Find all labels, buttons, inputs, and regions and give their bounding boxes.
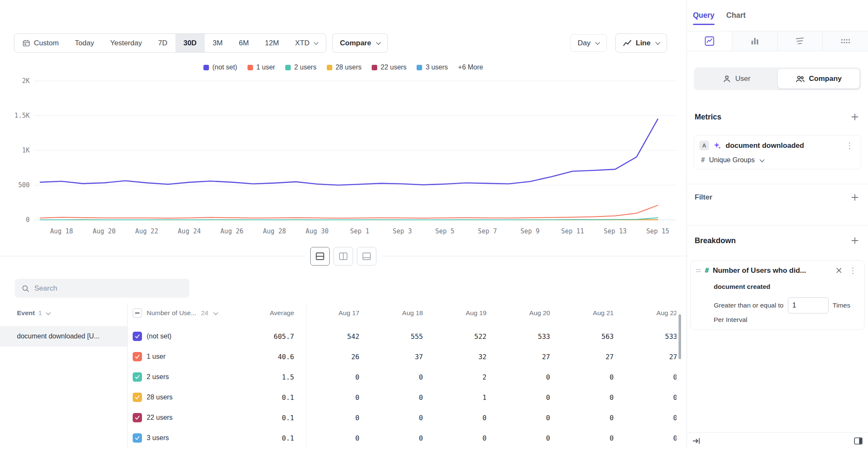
chart-type-button[interactable]: Line [615,33,667,53]
range-xtd-button[interactable]: XTD [287,34,326,52]
breakdown-per-interval-label[interactable]: Per Interval [714,316,859,324]
breakdown-card-title[interactable]: Number of Users who did... [713,266,831,275]
metric-card[interactable]: A document downloaded ⋮ # Unique Groups [694,135,861,169]
cell-value: 0 [487,414,551,422]
chart-type-line-tab[interactable] [687,31,732,51]
add-filter-button[interactable] [849,192,860,203]
toggle-sidebar-button[interactable] [854,437,863,445]
remove-breakdown-button[interactable] [835,266,843,274]
range-12m-button[interactable]: 12M [257,34,287,52]
event-list-item[interactable]: document downloaded [U... [0,326,127,346]
table-row: 22 users0.1000000 [127,407,676,428]
bar-chart-icon [750,36,760,46]
legend-item[interactable]: 3 users [417,64,448,71]
range-30d-button[interactable]: 30D [175,34,205,52]
hash-icon: # [701,156,705,164]
cell-value: 0 [487,394,551,402]
legend-label: 22 users [381,64,406,71]
event-column-header[interactable]: Event 1 [17,303,50,323]
interval-button[interactable]: Day [570,34,607,52]
cell-value: 0 [297,414,360,422]
x-axis-label: Sep 15 [646,227,669,235]
breakdown-header-label[interactable]: Number of Use... [147,309,196,317]
tab-query[interactable]: Query [693,0,715,31]
average-value: 605.7 [233,333,297,341]
table-scrollbar[interactable] [679,314,681,359]
legend-item[interactable]: 28 users [327,64,362,71]
chart-type-bar-tab[interactable] [732,31,778,51]
select-all-checkbox[interactable] [133,308,142,318]
layout-chart-only-button[interactable] [357,247,376,266]
event-header-label: Event [17,309,35,317]
scope-company-button[interactable]: Company [778,69,860,89]
range-label: Today [75,39,94,47]
range-label: XTD [295,39,309,47]
metric-aggregation-label: Unique Groups [709,156,755,164]
row-checkbox[interactable] [133,433,142,443]
cell-value: 37 [360,353,424,361]
row-checkbox[interactable] [133,352,142,361]
range-custom-button[interactable]: Custom [14,34,67,52]
breakdown-count: 24 [201,309,208,317]
legend-item[interactable]: 1 user [248,64,275,71]
plus-icon [851,237,859,244]
plus-icon [851,113,859,121]
legend-item[interactable]: (not set) [203,64,237,71]
date-column-header[interactable]: Aug 21 [551,309,615,317]
metric-event-name[interactable]: document downloaded [726,141,839,150]
x-axis-label: Aug 26 [220,227,243,235]
scope-user-button[interactable]: User [696,69,778,89]
breakdown-value-input[interactable] [788,297,829,313]
x-axis-label: Sep 9 [520,227,540,235]
cell-value: 0 [615,394,676,402]
breakdown-table: Number of Use... 24 Average Aug 17Aug 18… [127,303,676,449]
filter-title: Filter [695,193,712,202]
row-checkbox[interactable] [133,413,142,422]
date-column-header[interactable]: Aug 17 [297,309,360,317]
split-horizontal-icon [316,252,324,260]
row-checkbox[interactable] [133,332,142,341]
search-input[interactable] [34,284,183,293]
range-6m-button[interactable]: 6M [231,34,257,52]
range-today-button[interactable]: Today [67,34,102,52]
breakdown-condition-label[interactable]: Greater than or equal to [714,302,784,309]
row-checkbox[interactable] [133,372,142,382]
range-label: 3M [213,39,223,47]
range-7d-button[interactable]: 7D [150,34,175,52]
cell-value: 0 [615,434,676,442]
line-chart-icon [623,39,632,47]
date-column-header[interactable]: Aug 22 [615,309,676,317]
chevron-down-icon [655,40,660,44]
add-breakdown-button[interactable] [849,235,860,246]
drag-handle[interactable] [696,269,701,272]
metric-aggregation-row[interactable]: # Unique Groups [699,156,856,164]
numeric-property-icon: # [705,266,709,274]
metric-kebab-menu[interactable]: ⋮ [843,141,856,150]
date-column-header[interactable]: Aug 20 [487,309,551,317]
layout-split-horizontal-button[interactable] [310,247,330,266]
compare-button[interactable]: Compare [332,33,388,53]
range-yesterday-button[interactable]: Yesterday [102,34,150,52]
breakdown-kebab-menu[interactable]: ⋮ [847,266,859,275]
row-label: (not set) [147,333,172,340]
average-column-header[interactable]: Average [233,309,297,317]
breakdown-event-name[interactable]: document created [714,283,859,291]
chart-type-funnel-tab[interactable] [778,31,823,51]
legend-more-link[interactable]: +6 More [458,64,483,71]
tab-chart[interactable]: Chart [726,0,746,31]
collapse-panel-button[interactable] [692,437,701,445]
legend-label: (not set) [212,64,237,71]
breakdown-section-header: Breakdown [695,235,860,246]
cell-value: 0 [360,394,424,402]
range-3m-button[interactable]: 3M [205,34,231,52]
legend-item[interactable]: 2 users [285,64,316,71]
chart-type-label: Line [636,39,651,47]
y-axis-label: 2K [22,77,30,85]
chart-type-more-tab[interactable] [823,31,868,51]
date-column-header[interactable]: Aug 18 [360,309,424,317]
date-column-header[interactable]: Aug 19 [424,309,487,317]
layout-split-vertical-button[interactable] [334,247,353,266]
legend-item[interactable]: 22 users [372,64,406,71]
row-checkbox[interactable] [133,393,142,402]
add-metric-button[interactable] [849,111,860,122]
